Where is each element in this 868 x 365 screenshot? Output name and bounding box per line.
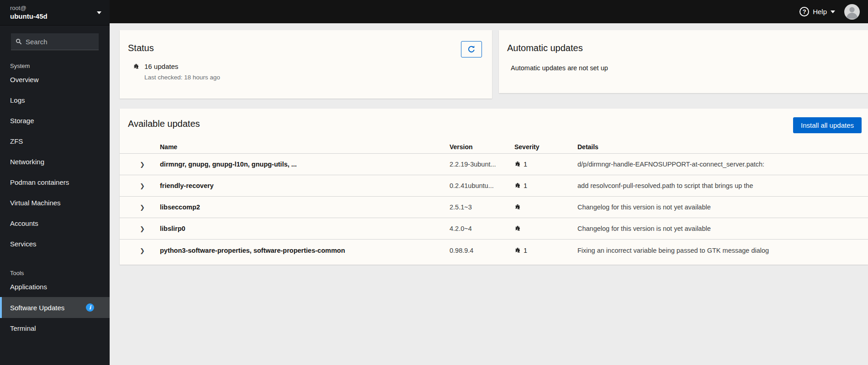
sidebar-item-label: Podman containers (10, 178, 69, 186)
main-area: ? Help Status (110, 0, 868, 365)
sidebar-item-software-updates[interactable]: Software Updates i (0, 297, 110, 318)
automatic-updates-message: Automatic updates are not set up (507, 64, 860, 72)
sidebar-item-label: Applications (10, 283, 47, 291)
updates-table: Name Version Severity Details ❯ dirmngr,… (120, 140, 868, 261)
bug-icon (514, 182, 521, 189)
bug-icon (514, 161, 521, 167)
column-header-version: Version (450, 143, 514, 151)
table-row[interactable]: ❯ libseccomp2 2.5.1~3 Changelog for this… (120, 197, 868, 218)
sidebar-item-applications[interactable]: Applications (0, 276, 110, 297)
package-details: Changelog for this version is not yet av… (577, 225, 868, 232)
search-icon (16, 38, 22, 45)
sidebar-section-tools: Tools (0, 270, 110, 276)
package-name: friendly-recovery (160, 182, 450, 189)
help-menu[interactable]: ? Help (799, 7, 835, 16)
search-input[interactable] (26, 38, 94, 46)
install-all-updates-button[interactable]: Install all updates (793, 117, 862, 133)
column-header-details: Details (577, 143, 868, 151)
automatic-updates-title: Automatic updates (507, 43, 860, 53)
help-icon: ? (799, 7, 809, 16)
sidebar-item-networking[interactable]: Networking (0, 151, 110, 172)
package-version: 4.2.0~4 (450, 225, 514, 232)
package-details: Changelog for this version is not yet av… (577, 203, 868, 211)
sidebar-item-accounts[interactable]: Accounts (0, 213, 110, 234)
package-details: Fixing an incorrect variable being passe… (577, 247, 868, 254)
expand-row-button[interactable]: ❯ (140, 204, 145, 211)
expand-row-button[interactable]: ❯ (140, 182, 145, 189)
sidebar-item-terminal[interactable]: Terminal (0, 318, 110, 339)
package-name: libseccomp2 (160, 203, 450, 211)
table-row[interactable]: ❯ dirmngr, gnupg, gnupg-l10n, gnupg-util… (120, 154, 868, 175)
refresh-button[interactable] (461, 41, 482, 57)
severity-count: 1 (524, 161, 527, 168)
available-updates-card: Available updates Install all updates Na… (120, 109, 868, 265)
severity-count: 1 (524, 182, 527, 189)
sidebar-item-label: Software Updates (10, 304, 64, 312)
expand-row-button[interactable]: ❯ (140, 225, 145, 232)
sidebar-item-label: Storage (10, 117, 34, 125)
topbar: ? Help (110, 0, 868, 23)
sidebar-item-podman-containers[interactable]: Podman containers (0, 172, 110, 193)
sidebar-item-label: ZFS (10, 137, 23, 145)
sidebar-item-overview[interactable]: Overview (0, 69, 110, 90)
package-name: dirmngr, gnupg, gnupg-l10n, gnupg-utils,… (160, 161, 450, 168)
content: Status 16 updates Last checked: 18 hours… (110, 23, 868, 365)
expand-row-button[interactable]: ❯ (140, 247, 145, 254)
column-header-severity: Severity (514, 143, 577, 151)
sidebar-search (11, 33, 99, 50)
updates-count: 16 updates (144, 63, 220, 70)
info-icon: i (86, 303, 94, 312)
sidebar-item-label: Terminal (10, 324, 36, 332)
sidebar-item-virtual-machines[interactable]: Virtual Machines (0, 193, 110, 213)
package-name: python3-software-properties, software-pr… (160, 247, 450, 254)
sidebar-item-services[interactable]: Services (0, 234, 110, 254)
status-title: Status (128, 43, 484, 53)
sidebar-item-label: Overview (10, 76, 39, 83)
host-switcher[interactable]: root@ ubuntu-45d (0, 0, 110, 26)
status-card: Status 16 updates Last checked: 18 hours… (120, 30, 492, 99)
automatic-updates-card: Automatic updates Automatic updates are … (499, 30, 868, 93)
user-avatar-icon (844, 4, 860, 20)
expand-row-button[interactable]: ❯ (140, 161, 145, 168)
chevron-down-icon (97, 11, 101, 14)
bug-icon (514, 247, 521, 254)
sidebar-item-label: Virtual Machines (10, 199, 61, 207)
chevron-down-icon (831, 10, 835, 13)
table-row[interactable]: ❯ friendly-recovery 0.2.41ubuntu... 1 ad… (120, 175, 868, 197)
refresh-icon (467, 45, 476, 53)
table-header: Name Version Severity Details (120, 140, 868, 154)
severity-count: 1 (524, 247, 527, 254)
package-version: 0.98.9.4 (450, 247, 514, 254)
sidebar-item-storage[interactable]: Storage (0, 110, 110, 131)
package-version: 2.5.1~3 (450, 203, 514, 211)
package-name: libslirp0 (160, 225, 450, 232)
sidebar-item-logs[interactable]: Logs (0, 90, 110, 110)
host-name: ubuntu-45d (10, 12, 48, 21)
bug-icon (133, 63, 139, 70)
available-updates-title: Available updates (120, 119, 868, 129)
package-details: add resolvconf-pull-resolved.path to scr… (577, 182, 868, 189)
last-checked: Last checked: 18 hours ago (144, 74, 220, 81)
table-body: ❯ dirmngr, gnupg, gnupg-l10n, gnupg-util… (120, 154, 868, 261)
column-header-name: Name (160, 143, 450, 151)
sidebar-item-zfs[interactable]: ZFS (0, 131, 110, 151)
package-version: 2.2.19-3ubunt... (450, 161, 514, 168)
bug-icon (514, 225, 521, 232)
host-user: root@ (10, 4, 48, 12)
sidebar-item-label: Services (10, 240, 37, 248)
bug-icon (514, 204, 521, 210)
user-menu[interactable] (844, 4, 860, 20)
help-label: Help (813, 8, 827, 16)
sidebar-item-label: Networking (10, 158, 44, 166)
sidebar-item-label: Logs (10, 96, 25, 104)
table-row[interactable]: ❯ libslirp0 4.2.0~4 Changelog for this v… (120, 218, 868, 240)
package-details: d/p/dirmngr-handle-EAFNOSUPPORT-at-conne… (577, 161, 868, 168)
package-version: 0.2.41ubuntu... (450, 182, 514, 189)
sidebar: root@ ubuntu-45d System Overview Logs St… (0, 0, 110, 365)
sidebar-section-system: System (0, 63, 110, 69)
table-row[interactable]: ❯ python3-software-properties, software-… (120, 240, 868, 261)
sidebar-item-label: Accounts (10, 219, 38, 227)
